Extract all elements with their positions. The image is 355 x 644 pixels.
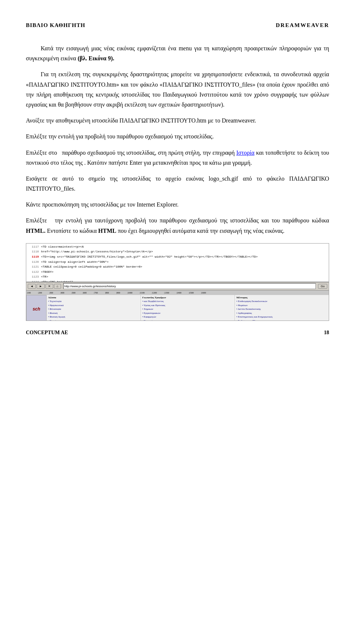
site-menu: Λώσσα • Τεχνολογία • Θρησκευτικά • Φιλοσ… xyxy=(47,295,329,321)
paragraph-3-text: Ανοίξτε την αποθηκευμένη ιστοσελίδα ΠΑΙΔ… xyxy=(26,117,256,124)
paragraph-3: Ανοίξτε την αποθηκευμένη ιστοσελίδα ΠΑΙΔ… xyxy=(26,115,329,125)
history-link[interactable]: Ιστορία xyxy=(236,150,254,156)
paragraph-8-text: Επιλέξτε την εντολή για ταυτόχρονη προβο… xyxy=(26,217,329,234)
paragraph-1-text: Κατά την εισαγωγή μιας νέας εικόνας εμφα… xyxy=(26,45,329,61)
paragraph-6: Εισάγετε σε αυτό το σημείο της ιστοσελίδ… xyxy=(26,174,329,194)
menu-item[interactable]: • Εκδόσεις του ΠΙ xyxy=(236,319,327,321)
menu-col-1: Λώσσα • Τεχνολογία • Θρησκευτικά • Φιλοσ… xyxy=(47,295,141,321)
menu-item[interactable]: • Επιθεώρηση Εκπαιδευτικών xyxy=(236,299,327,303)
back-button[interactable]: ◄ xyxy=(28,284,36,289)
paragraph-4: Επιλέξτε την εντολή για προβολή του παρά… xyxy=(26,131,329,141)
page-footer: CONCEPTUM AE 18 xyxy=(26,330,329,336)
site-logo: sch xyxy=(26,295,47,321)
paragraph-2-text: Για τη εκτέλεση της συγκεκριμένης δραστη… xyxy=(26,71,329,108)
paragraph-7: Κάντε προεπισκόπηση της ιστοσελίδας με τ… xyxy=(26,199,329,209)
paragraph-5: Επιλέξτε στο παράθυρο σχεδιασμού της ιστ… xyxy=(26,148,329,168)
website-body: sch Λώσσα • Τεχνολογία • Θρησκευτικά • Φ… xyxy=(26,295,329,321)
menu-header-2: Γεωπονίας Τροφίμων xyxy=(142,296,233,300)
menu-item[interactable]: • και Περιβάλλοντος xyxy=(142,299,233,303)
menu-header-3: Μέντορας xyxy=(236,296,327,300)
code-editor: 1117 <TD class=maintext><p><A 1118 href=… xyxy=(26,244,329,282)
menu-item[interactable]: • Θεμάτων xyxy=(236,303,327,308)
menu-item[interactable]: • Χημεία xyxy=(48,319,139,321)
menu-col-2: Γεωπονίας Τροφίμων • και Περιβάλλοντος •… xyxy=(141,295,235,321)
menu-item[interactable]: • Φυσική Αγωγή xyxy=(48,315,139,319)
bold-text-1: (βλ. Εικόνα 9). xyxy=(78,55,114,61)
menu-item[interactable]: • Δελτίο Εκπαιδευτικής xyxy=(236,307,327,311)
html-bold-1: HTML. xyxy=(26,228,45,234)
screenshot: 1117 <TD class=maintext><p><A 1118 href=… xyxy=(26,243,329,321)
menu-item[interactable]: • Εφαρμογών xyxy=(142,315,233,319)
paragraph-6-text: Εισάγετε σε αυτό το σημείο της ιστοσελίδ… xyxy=(26,175,329,192)
menu-item[interactable]: • Ναυτικός και xyxy=(142,319,233,321)
menu-item[interactable]: • Επιστημονικές και Ενημερωτικές xyxy=(236,315,327,319)
menu-item[interactable]: • Φιλοσοφία xyxy=(48,307,139,311)
menu-header-1: Λώσσα xyxy=(48,296,139,300)
menu-col-3: Μέντορας • Επιθεώρηση Εκπαιδευτικών • Θε… xyxy=(235,295,329,321)
menu-item[interactable]: • Αρθογραφίας xyxy=(236,311,327,315)
menu-item[interactable]: • Χημικών xyxy=(142,307,233,311)
menu-item[interactable]: • Υγείας και Πρόνοιας xyxy=(142,303,233,308)
paragraph-2: Για τη εκτέλεση της συγκεκριμένης δραστη… xyxy=(26,69,329,110)
software-title: DREAMWEAVER xyxy=(276,22,329,28)
page-number: 18 xyxy=(324,330,329,336)
url-bar[interactable] xyxy=(63,283,316,289)
home-button[interactable]: ⌂ xyxy=(54,284,61,289)
html-bold-2: HTML xyxy=(98,228,116,234)
menu-item[interactable]: • Θρησκευτικά xyxy=(48,303,139,308)
go-button[interactable]: Go xyxy=(318,284,327,289)
book-title: ΒΙΒΛΙΟ ΚΑΘΗΓΗΤΗ xyxy=(26,22,85,28)
stop-button[interactable]: ✕ xyxy=(45,284,53,289)
browser-toolbar: ◄ ► ✕ ⌂ Go xyxy=(26,282,329,291)
paragraph-8: Επιλέξτε την εντολή για ταυτόχρονη προβο… xyxy=(26,215,329,235)
paragraph-5-text: Επιλέξτε στο παράθυρο σχεδιασμού της ιστ… xyxy=(26,150,329,166)
main-content: Κατά την εισαγωγή μιας νέας εικόνας εμφα… xyxy=(26,43,329,321)
ruler: |100|200|300|400|500|600|700|800|900|100… xyxy=(26,291,329,295)
forward-button[interactable]: ► xyxy=(37,284,45,289)
footer-company: CONCEPTUM AE xyxy=(26,330,68,336)
logo-text: sch xyxy=(33,305,40,313)
paragraph-4-text: Επιλέξτε την εντολή για προβολή του παρά… xyxy=(26,133,214,140)
menu-item[interactable]: • Εργαστηριακών xyxy=(142,311,233,315)
menu-item[interactable]: • Τεχνολογία xyxy=(48,299,139,303)
menu-item[interactable]: • Φυσική xyxy=(48,311,139,315)
page-header: ΒΙΒΛΙΟ ΚΑΘΗΓΗΤΗ DREAMWEAVER xyxy=(26,22,329,28)
paragraph-1: Κατά την εισαγωγή μιας νέας εικόνας εμφα… xyxy=(26,43,329,63)
paragraph-7-text: Κάντε προεπισκόπηση της ιστοσελίδας με τ… xyxy=(26,201,179,208)
